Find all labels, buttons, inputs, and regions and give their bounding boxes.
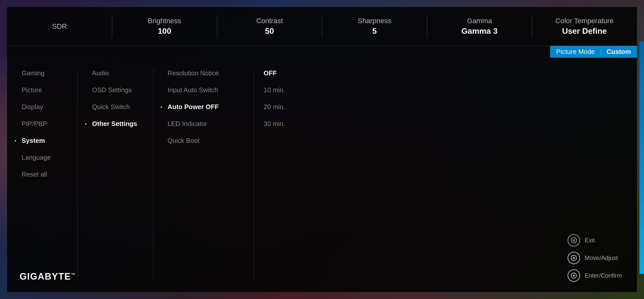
nav-auto-power-off[interactable]: Auto Power OFF <box>160 98 254 115</box>
nav-col-2: Audio OSD Settings Quick Switch Other Se… <box>77 57 153 292</box>
topbar-sharpness-label: Sharpness <box>358 17 391 25</box>
control-exit-label: Exit <box>585 237 595 244</box>
exit-icon-inner <box>571 237 577 243</box>
nav-audio[interactable]: Audio <box>85 65 153 82</box>
exit-icon <box>568 234 580 247</box>
nav-reset-all[interactable]: Reset all <box>15 166 77 183</box>
topbar-gamma-value: Gamma 3 <box>461 26 498 36</box>
logo-tm: ™ <box>71 272 76 277</box>
topbar-gamma-label: Gamma <box>467 17 492 25</box>
topbar-sharpness[interactable]: Sharpness 5 <box>322 7 427 46</box>
control-exit[interactable]: Exit <box>568 234 622 247</box>
topbar-brightness-label: Brightness <box>148 17 181 25</box>
topbar-sdr[interactable]: SDR <box>7 7 112 46</box>
nav-gaming[interactable]: Gaming <box>15 65 77 82</box>
move-icon <box>568 252 580 264</box>
picture-mode-colon: : <box>600 48 601 56</box>
nav-picture[interactable]: Picture <box>15 82 77 98</box>
value-20min[interactable]: 20 min. <box>264 98 637 115</box>
nav-language[interactable]: Language <box>15 149 77 166</box>
logo: GIGABYTE™ <box>20 271 76 282</box>
nav-resolution-notice[interactable]: Resolution Notice <box>160 65 254 82</box>
move-icon-dot <box>573 257 575 259</box>
topbar-gamma[interactable]: Gamma Gamma 3 <box>427 7 532 46</box>
nav-quick-boot[interactable]: Quick Boot <box>160 132 254 149</box>
nav-input-auto-switch[interactable]: Input Auto Switch <box>160 82 254 98</box>
topbar-sdr-label: SDR <box>52 22 67 30</box>
nav-quick-switch[interactable]: Quick Switch <box>85 98 153 115</box>
topbar-color-temp-label: Color Temperature <box>555 17 614 25</box>
picture-mode-value: Custom <box>607 48 631 56</box>
exit-icon-dot <box>573 239 575 241</box>
value-30min[interactable]: 30 min. <box>264 115 637 132</box>
logo-text: GIGABYTE <box>20 271 71 282</box>
topbar-sharpness-value: 5 <box>372 26 377 36</box>
control-enter-label: Enter/Confirm <box>585 272 622 279</box>
control-enter[interactable]: Enter/Confirm <box>568 269 622 282</box>
main-content: Gaming Picture Display PIP/PBP System La… <box>7 57 637 292</box>
control-move-label: Move/Adjust <box>585 254 618 261</box>
nav-led-indicator[interactable]: LED Indicator <box>160 115 254 132</box>
topbar-contrast[interactable]: Contrast 50 <box>217 7 322 46</box>
picture-mode-label: Picture Mode <box>556 48 595 56</box>
nav-system[interactable]: System <box>15 132 77 149</box>
nav-osd-settings[interactable]: OSD Settings <box>85 82 153 98</box>
topbar-color-temp[interactable]: Color Temperature User Define <box>532 7 637 46</box>
top-bar: SDR Brightness 100 Contrast 50 Sharpness… <box>7 7 637 46</box>
nav-col-3: Resolution Notice Input Auto Switch Auto… <box>153 57 254 292</box>
osd-container: SDR Brightness 100 Contrast 50 Sharpness… <box>7 7 637 292</box>
control-move[interactable]: Move/Adjust <box>568 252 622 264</box>
topbar-brightness-value: 100 <box>158 26 171 36</box>
topbar-contrast-value: 50 <box>265 26 274 36</box>
value-10min[interactable]: 10 min. <box>264 82 637 98</box>
nav-display[interactable]: Display <box>15 98 77 115</box>
move-icon-inner <box>571 255 577 261</box>
picture-mode-bar: Picture Mode : Custom <box>7 46 637 57</box>
nav-pip-pbp[interactable]: PIP/PBP <box>15 115 77 132</box>
enter-icon-dot <box>573 275 575 277</box>
bottom-controls: Exit Move/Adjust Enter/Confirm <box>568 234 622 282</box>
picture-mode-badge: Picture Mode : Custom <box>550 46 637 58</box>
nav-other-settings[interactable]: Other Settings <box>85 115 153 132</box>
enter-icon-inner <box>571 273 577 279</box>
nav-col-1: Gaming Picture Display PIP/PBP System La… <box>7 57 77 292</box>
enter-icon <box>568 269 580 282</box>
topbar-brightness[interactable]: Brightness 100 <box>112 7 217 46</box>
topbar-color-temp-value: User Define <box>562 26 607 36</box>
right-accent <box>639 42 644 274</box>
value-off[interactable]: OFF <box>264 65 637 82</box>
topbar-contrast-label: Contrast <box>256 17 283 25</box>
